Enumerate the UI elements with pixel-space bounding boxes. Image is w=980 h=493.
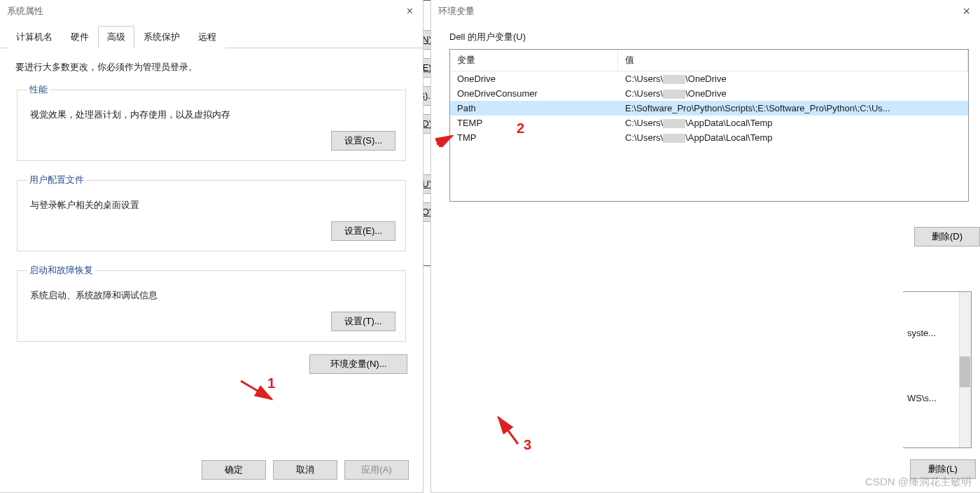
- redaction-icon: [663, 90, 685, 99]
- tab-system-protection[interactable]: 系统保护: [134, 26, 189, 48]
- close-icon[interactable]: ×: [402, 5, 417, 18]
- window-title: 环境变量: [438, 5, 475, 18]
- environment-variables-button[interactable]: 环境变量(N)...: [309, 354, 407, 374]
- desc-user-profile: 与登录帐户相关的桌面设置: [30, 199, 396, 211]
- group-user-profile: 用户配置文件 与登录帐户相关的桌面设置 设置(E)...: [17, 174, 406, 251]
- admin-note: 要进行大多数更改，你必须作为管理员登录。: [15, 61, 407, 74]
- dialog-buttons: 确定 取消 应用(A): [202, 460, 409, 480]
- user-vars-section: Dell 的用户变量(U) 变量 值 OneDriveC:\Users\\One…: [449, 31, 969, 202]
- var-name: TEMP: [450, 116, 618, 130]
- col-value[interactable]: 值: [618, 50, 968, 71]
- annotation-label-3: 3: [524, 437, 531, 453]
- system-properties-window: 系统属性 × 计算机名 硬件 高级 系统保护 远程 要进行大多数更改，你必须作为…: [0, 0, 424, 493]
- redaction-icon: [663, 134, 685, 143]
- scrollbar-thumb[interactable]: [960, 356, 970, 387]
- annotation-label-1: 1: [267, 375, 275, 391]
- table-row[interactable]: TMPC:\Users\\AppData\Local\Temp: [450, 130, 968, 145]
- settings-user-profile-button[interactable]: 设置(E)...: [331, 221, 396, 241]
- watermark: CSDN @绛洞花主敏明: [865, 475, 972, 489]
- table-row[interactable]: OneDriveConsumerC:\Users\\OneDrive: [450, 86, 968, 101]
- var-value: C:\Users\\OneDrive: [618, 86, 968, 101]
- var-value: C:\Users\\AppData\Local\Temp: [618, 130, 968, 145]
- svg-line-10: [437, 136, 452, 144]
- var-name: OneDriveConsumer: [450, 86, 618, 101]
- settings-performance-button[interactable]: 设置(S)...: [331, 131, 396, 151]
- user-vars-buttons-partial: 删除(D): [903, 217, 980, 255]
- svg-rect-2: [663, 119, 685, 128]
- user-vars-table[interactable]: 变量 值 OneDriveC:\Users\\OneDriveOneDriveC…: [449, 49, 969, 202]
- tab-advanced[interactable]: 高级: [98, 26, 134, 48]
- annotation-label-2: 2: [517, 120, 524, 137]
- svg-rect-1: [663, 90, 685, 99]
- scrollbar[interactable]: [959, 292, 971, 447]
- redaction-icon: [663, 119, 685, 128]
- tab-strip: 计算机名 硬件 高级 系统保护 远程: [0, 25, 423, 48]
- tab-hardware[interactable]: 硬件: [62, 26, 98, 48]
- desc-performance: 视觉效果，处理器计划，内存使用，以及虚拟内存: [30, 109, 396, 121]
- body: 要进行大多数更改，你必须作为管理员登录。 性能 视觉效果，处理器计划，内存使用，…: [0, 48, 423, 391]
- var-name: TMP: [450, 130, 618, 145]
- group-startup-recovery: 启动和故障恢复 系统启动、系统故障和调试信息 设置(T)...: [17, 264, 406, 342]
- titlebar: 环境变量 ×: [431, 0, 980, 22]
- desc-startup-recovery: 系统启动、系统故障和调试信息: [30, 289, 396, 302]
- legend-startup-recovery: 启动和故障恢复: [27, 264, 95, 277]
- var-value: C:\Users\\AppData\Local\Temp: [618, 116, 968, 130]
- var-value: E:\Software_Pro\Python\Scripts\;E:\Softw…: [618, 101, 968, 116]
- legend-user-profile: 用户配置文件: [27, 174, 86, 186]
- legend-performance: 性能: [27, 83, 50, 96]
- table-row[interactable]: PathE:\Software_Pro\Python\Scripts\;E:\S…: [450, 101, 968, 116]
- settings-startup-recovery-button[interactable]: 设置(T)...: [331, 312, 396, 331]
- col-variable[interactable]: 变量: [450, 50, 618, 71]
- svg-rect-3: [663, 134, 685, 143]
- titlebar: 系统属性 ×: [0, 0, 423, 22]
- ok-button[interactable]: 确定: [202, 460, 266, 480]
- annotation-arrow-3: [490, 413, 525, 448]
- close-icon[interactable]: ×: [958, 4, 974, 19]
- redaction-icon: [663, 75, 685, 84]
- tab-computer-name[interactable]: 计算机名: [7, 26, 62, 48]
- table-row[interactable]: OneDriveC:\Users\\OneDrive: [450, 71, 968, 86]
- var-name: OneDrive: [450, 71, 618, 86]
- user-vars-title: Dell 的用户变量(U): [449, 31, 969, 43]
- var-name: Path: [450, 101, 618, 116]
- cancel-button[interactable]: 取消: [273, 460, 337, 480]
- var-value: C:\Users\\OneDrive: [618, 71, 968, 86]
- svg-rect-0: [663, 75, 685, 84]
- table-header: 变量 值: [450, 50, 968, 71]
- apply-button[interactable]: 应用(A): [344, 460, 409, 480]
- svg-line-11: [498, 417, 518, 444]
- delete-user-var-button[interactable]: 删除(D): [914, 227, 980, 246]
- window-title: 系统属性: [7, 5, 43, 18]
- group-performance: 性能 视觉效果，处理器计划，内存使用，以及虚拟内存 设置(S)...: [17, 83, 406, 161]
- table-row[interactable]: TEMPC:\Users\\AppData\Local\Temp: [450, 116, 968, 130]
- tab-remote[interactable]: 远程: [189, 26, 225, 48]
- system-vars-list-partial[interactable]: syste... WS\s...: [903, 291, 972, 448]
- annotation-arrow-2: [435, 133, 456, 147]
